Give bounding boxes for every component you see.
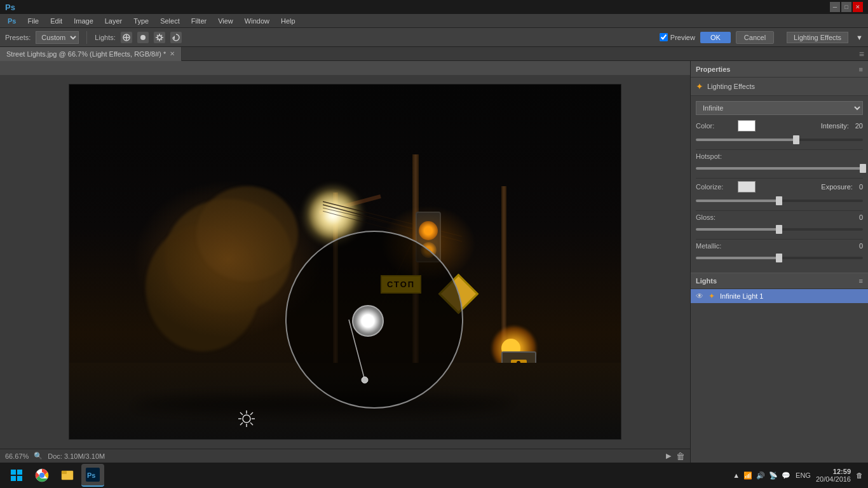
preview-label: Preview — [670, 34, 695, 41]
point-light-icon[interactable] — [137, 32, 149, 43]
window-controls[interactable]: ─ □ ✕ — [830, 2, 863, 12]
svg-line-34 — [250, 412, 253, 415]
clock-date: 20/04/2016 — [816, 475, 851, 483]
properties-content: Infinite Point Spot Color: Intensity: 20 — [691, 96, 868, 273]
intensity-slider[interactable] — [696, 135, 863, 144]
network-icon-2[interactable]: 📡 — [769, 471, 778, 480]
menu-help[interactable]: Help — [276, 16, 301, 26]
doc-size: Doc: 3.10M/3.10M — [48, 452, 105, 460]
explorer-button[interactable] — [56, 464, 79, 487]
close-button[interactable]: ✕ — [853, 2, 863, 12]
menu-filter[interactable]: Filter — [186, 16, 212, 26]
rotate-icon[interactable] — [170, 32, 182, 43]
light-burst-icon[interactable] — [238, 410, 255, 428]
maximize-button[interactable]: □ — [841, 2, 851, 12]
metallic-thumb[interactable] — [776, 254, 782, 262]
svg-point-3 — [140, 35, 146, 40]
divider-2 — [696, 178, 863, 179]
menu-type[interactable]: Type — [128, 16, 154, 26]
exposure-thumb[interactable] — [776, 196, 782, 205]
menu-view[interactable]: View — [213, 16, 238, 26]
system-tray: ▲ 📶 🔊 📡 💬 — [733, 471, 790, 480]
metallic-fill — [696, 257, 780, 259]
add-light-icon[interactable] — [121, 32, 132, 43]
exposure-slider[interactable] — [696, 196, 863, 205]
svg-rect-43 — [62, 471, 67, 474]
menu-ps[interactable]: Ps — [3, 16, 21, 26]
menu-layer[interactable]: Layer — [100, 16, 128, 26]
metallic-slider[interactable] — [696, 254, 863, 262]
light-item-1[interactable]: 👁 ✦ Infinite Light 1 — [691, 289, 868, 303]
intensity-value: 20 — [855, 122, 863, 130]
navigate-right-icon[interactable]: ▶ — [666, 452, 671, 460]
menu-edit[interactable]: Edit — [45, 16, 67, 26]
lights-section: Lights ≡ 👁 ✦ Infinite Light 1 — [691, 273, 868, 463]
hotspot-fill — [696, 167, 863, 170]
hotspot-slider[interactable] — [696, 164, 863, 173]
language-indicator: ENG — [796, 471, 811, 479]
cancel-button[interactable]: Cancel — [736, 31, 774, 44]
svg-line-12 — [157, 39, 158, 40]
zoom-icon: 🔍 — [34, 452, 43, 460]
minimize-button[interactable]: ─ — [830, 2, 840, 12]
tab-close-icon[interactable]: ✕ — [170, 50, 175, 57]
photoshop-button[interactable]: Ps — [81, 464, 104, 487]
ok-button[interactable]: OK — [700, 32, 731, 43]
gloss-thumb[interactable] — [776, 225, 782, 234]
notification-center-icon[interactable]: 🗑 — [856, 471, 863, 479]
ps-logo: Ps — [5, 3, 15, 12]
panel-menu-icon[interactable]: ≡ — [859, 65, 863, 73]
lighting-effects-dropdown[interactable]: Lighting Effects — [787, 32, 848, 43]
menu-select[interactable]: Select — [155, 16, 185, 26]
hotspot-row: Hotspot: — [696, 152, 863, 160]
intensity-label: Intensity: — [821, 122, 849, 130]
lights-menu-icon[interactable]: ≡ — [859, 277, 863, 285]
gloss-slider[interactable] — [696, 225, 863, 234]
colorize-label: Colorize: — [696, 183, 734, 191]
chrome-button[interactable] — [31, 464, 53, 487]
start-button[interactable] — [5, 464, 28, 487]
infinite-light-icon[interactable] — [154, 32, 165, 43]
svg-rect-38 — [11, 476, 16, 481]
intensity-thumb[interactable] — [793, 135, 799, 144]
light-type-select[interactable]: Infinite Point Spot — [696, 101, 863, 115]
menu-window[interactable]: Window — [240, 16, 275, 26]
svg-line-33 — [250, 423, 253, 425]
scroll-icon[interactable]: 🗑 — [676, 451, 685, 461]
canvas-image[interactable]: СТОП — [69, 84, 621, 440]
color-intensity-row: Color: Intensity: 20 — [696, 120, 863, 132]
hotspot-track — [696, 167, 863, 170]
tab-bar: Street Lights.jpg @ 66.7% (Light Effects… — [0, 47, 868, 61]
network-icon[interactable]: 📶 — [743, 471, 752, 480]
metallic-value: 0 — [859, 242, 863, 250]
preview-checkbox[interactable] — [660, 33, 668, 41]
metallic-row: Metallic: 0 — [696, 242, 863, 250]
active-tab[interactable]: Street Lights.jpg @ 66.7% (Light Effects… — [0, 47, 182, 61]
divider-3 — [696, 210, 863, 211]
image-background: СТОП — [0, 75, 690, 449]
visibility-icon[interactable]: 👁 — [696, 292, 703, 301]
svg-text:Ps: Ps — [87, 471, 95, 479]
clock-display[interactable]: 12:59 20/04/2016 — [816, 468, 851, 483]
properties-label: Properties — [696, 65, 730, 73]
properties-header: Properties ≡ — [691, 61, 868, 78]
hotspot-label: Hotspot: — [696, 152, 734, 160]
canvas-area: СТОП — [0, 61, 690, 463]
svg-rect-37 — [17, 470, 22, 475]
tab-title: Street Lights.jpg @ 66.7% (Light Effects… — [6, 50, 166, 58]
svg-line-9 — [157, 35, 158, 36]
notification-icon[interactable]: 💬 — [782, 471, 790, 480]
up-arrow-icon[interactable]: ▲ — [733, 471, 740, 479]
intensity-fill — [696, 139, 796, 141]
metallic-label: Metallic: — [696, 242, 734, 250]
menu-image[interactable]: Image — [69, 16, 98, 26]
light-name: Infinite Light 1 — [720, 292, 764, 300]
color-swatch[interactable] — [738, 120, 756, 132]
menu-file[interactable]: File — [22, 16, 44, 26]
presets-select[interactable]: Custom — [36, 31, 79, 44]
volume-icon[interactable]: 🔊 — [756, 471, 765, 480]
dropdown-arrow-icon[interactable]: ▼ — [856, 34, 863, 41]
hotspot-thumb[interactable] — [860, 164, 866, 173]
panel-options-icon[interactable]: ≡ — [859, 49, 868, 59]
colorize-swatch[interactable] — [738, 181, 756, 193]
